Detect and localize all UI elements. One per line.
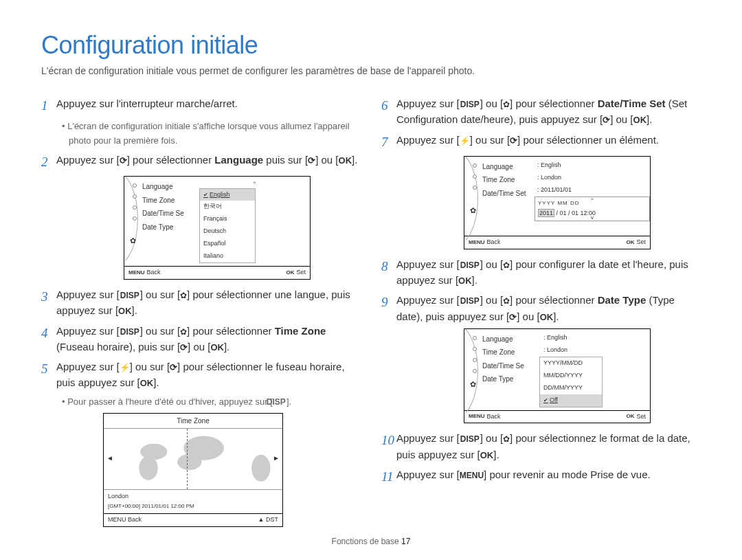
timer-icon (308, 154, 315, 166)
step-1-note: L'écran de configuration initiale s'affi… (62, 120, 361, 147)
menu-icon: MENU (460, 471, 484, 480)
step-5: 5 Appuyez sur [] ou sur [] pour sélectio… (41, 359, 361, 391)
ok-icon: OK (480, 450, 494, 460)
timer-icon (509, 311, 517, 322)
flash-icon (460, 134, 470, 146)
macro-icon (503, 258, 510, 270)
timezone-info: London [GMT+00:00] 2011/01/01 12:00 PM (104, 490, 282, 513)
gear-icon: ✿ (470, 379, 476, 390)
ok-icon: OK (339, 155, 352, 166)
step-number: 10 (381, 430, 396, 462)
step-8: 8 Appuyez sur [DISP] ou [] pour configur… (381, 256, 701, 289)
disp-icon: DISP (460, 295, 480, 308)
step-2: 2 Appuyez sur [] pour sélectionner Langu… (41, 152, 361, 172)
disp-icon: DISP (273, 396, 286, 409)
step-text: Appuyez sur l'interrupteur marche/arret. (56, 96, 361, 115)
step-number: 7 (381, 132, 396, 152)
timer-icon (603, 113, 610, 125)
ok-icon: OK (140, 378, 154, 388)
step-text: Appuyez sur [] ou sur [] pour sélectionn… (56, 359, 361, 391)
flash-icon (120, 361, 130, 372)
step-5-note: Pour passer à l'heure d'été ou d'hiver, … (62, 395, 361, 409)
macro-icon (503, 432, 510, 444)
datetime-screenshot: Language Time Zone Date/Time Set ✿ : Eng… (464, 156, 651, 249)
step-text: Appuyez sur [DISP] ou [] pour sélectionn… (396, 430, 701, 462)
step-7: 7 Appuyez sur [] ou sur [] pour sélectio… (381, 132, 701, 152)
step-number: 4 (41, 323, 56, 355)
language-menu-screenshot: Language Time Zone Date/Time Se Date Typ… (124, 176, 311, 280)
datetype-screenshot: Language Time Zone Date/Time Se Date Typ… (464, 328, 651, 424)
step-4: 4 Appuyez sur [DISP] ou sur [] pour séle… (41, 323, 361, 355)
content-columns: 1 Appuyez sur l'interrupteur marche/arre… (41, 96, 701, 527)
page-subtitle: L'écran de configuration initiale vous p… (41, 65, 701, 76)
step-number: 5 (41, 359, 56, 391)
page-number: 17 (401, 537, 410, 546)
datetype-list: YYYY/MM/DD MM/DD/YYYY DD/MM/YYYY Off (539, 357, 603, 407)
disp-icon: DISP (120, 289, 140, 302)
timer-icon (170, 361, 177, 372)
timer-icon (180, 341, 188, 352)
timezone-screenshot: Time Zone ◄ ► London [GMT+00:00] 2011/01… (103, 413, 283, 527)
manual-page: Configuration initiale L'écran de config… (0, 0, 742, 553)
timer-icon (510, 134, 517, 146)
page-footer: Fonctions de base 17 (41, 537, 701, 546)
menu-left-pane: Language Time Zone Date/Time Se Date Typ… (464, 329, 539, 410)
step-text: Appuyez sur [] ou sur [] pour sélectionn… (396, 132, 701, 152)
macro-icon (503, 294, 510, 306)
arrow-left-icon: ◄ (106, 453, 113, 464)
disp-icon: DISP (460, 433, 480, 446)
macro-icon (180, 289, 187, 300)
world-map: ◄ ► (104, 428, 282, 490)
timer-icon (120, 154, 127, 166)
step-text: Appuyez sur [MENU] pour revenir au mode … (396, 467, 701, 486)
page-title: Configuration initiale (41, 31, 701, 60)
macro-icon (180, 325, 187, 337)
disp-icon: DISP (460, 98, 480, 111)
ok-icon: OK (633, 115, 647, 125)
step-number: 9 (381, 292, 396, 324)
ok-icon: OK (458, 276, 472, 286)
step-10: 10 Appuyez sur [DISP] ou [] pour sélecti… (381, 430, 701, 462)
step-3: 3 Appuyez sur [DISP] ou sur [] pour séle… (41, 287, 361, 319)
menu-footer: MENU Back OK Set (464, 236, 650, 249)
step-number: 6 (381, 96, 396, 128)
step-number: 1 (41, 96, 56, 115)
disp-icon: DISP (460, 259, 480, 272)
ok-icon: OK (118, 306, 132, 316)
menu-footer: MENU Back OK Set (464, 410, 650, 423)
menu-left-pane: Language Time Zone Date/Time Se Date Typ… (124, 177, 199, 266)
step-6: 6 Appuyez sur [DISP] ou [] pour sélectio… (381, 96, 701, 128)
gear-icon: ✿ (470, 205, 476, 216)
timezone-footer: MENU Back ▲ DST (104, 513, 282, 526)
arrow-right-icon: ► (273, 453, 280, 464)
disp-icon: DISP (120, 326, 140, 339)
right-column: 6 Appuyez sur [DISP] ou [] pour sélectio… (381, 96, 701, 527)
menu-left-pane: Language Time Zone Date/Time Set ✿ (464, 157, 532, 236)
language-list: English 한국어 Français Deutsch Español Ita… (199, 188, 256, 264)
left-column: 1 Appuyez sur l'interrupteur marche/arre… (41, 96, 361, 527)
step-text: Appuyez sur [DISP] ou [] pour sélectionn… (396, 96, 701, 128)
step-number: 3 (41, 287, 56, 319)
step-text: Appuyez sur [DISP] ou sur [] pour sélect… (56, 287, 361, 319)
step-number: 11 (381, 467, 396, 486)
step-1: 1 Appuyez sur l'interrupteur marche/arre… (41, 96, 361, 115)
step-text: Appuyez sur [DISP] ou [] pour sélectionn… (396, 292, 701, 324)
menu-footer: MENU Back OK Set (124, 266, 310, 279)
step-11: 11 Appuyez sur [MENU] pour revenir au mo… (381, 467, 701, 486)
menu-values: : English : London YYYY/MM/DD MM/DD/YYYY… (539, 329, 650, 410)
date-editor: ^ YYYY MM DD 2011 / 01 / 01 12:00 v (535, 197, 650, 221)
ok-icon: OK (210, 342, 224, 352)
macro-icon (503, 98, 510, 109)
step-9: 9 Appuyez sur [DISP] ou [] pour sélectio… (381, 292, 701, 324)
step-number: 8 (381, 256, 396, 289)
step-text: Appuyez sur [] pour sélectionner Languag… (56, 152, 361, 172)
gear-icon: ✿ (130, 235, 136, 247)
step-text: Appuyez sur [DISP] ou sur [] pour sélect… (56, 323, 361, 355)
step-text: Appuyez sur [DISP] ou [] pour configurer… (396, 256, 701, 289)
ok-icon: OK (540, 312, 554, 322)
step-number: 2 (41, 152, 56, 172)
menu-values: : English : London : 2011/01/01 ^ YYYY M… (532, 157, 650, 236)
